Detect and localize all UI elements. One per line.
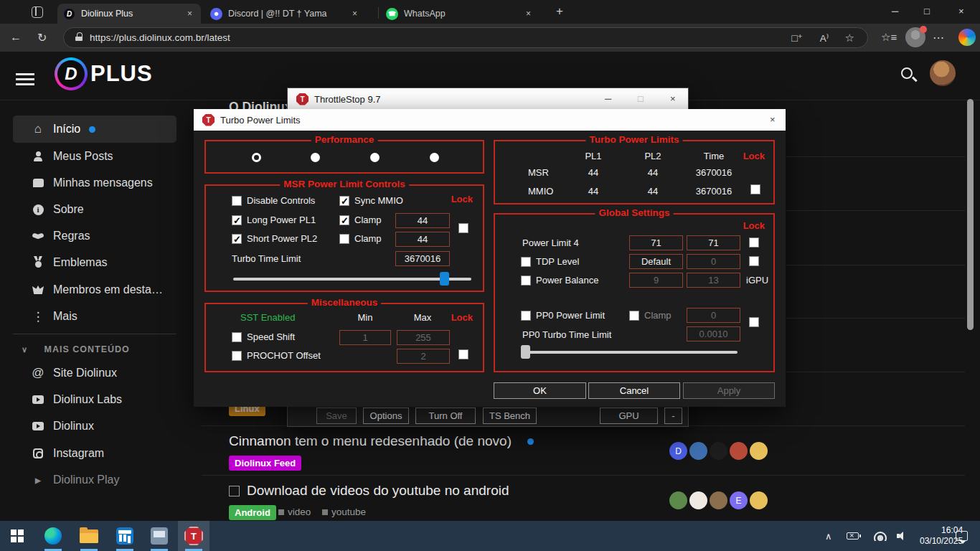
poster-avatars[interactable]: E — [669, 491, 768, 509]
tag-diolinux-feed[interactable]: Diolinux Feed — [229, 456, 301, 471]
maximize-button[interactable]: □ — [638, 93, 644, 104]
sidebar-item-mais[interactable]: ⋮ Mais — [13, 303, 176, 330]
collapse-button[interactable]: - — [664, 408, 682, 424]
pl4-field-b[interactable]: 71 — [687, 235, 740, 250]
clamp-pl1-checkbox[interactable]: Clamp — [339, 215, 382, 225]
favorite-star-icon[interactable]: ☆ — [845, 32, 854, 44]
sidebar-item-site-diolinux[interactable]: @ Site Diolinux — [13, 359, 176, 387]
turn-off-button[interactable]: Turn Off — [415, 408, 476, 424]
gpu-button[interactable]: GPU — [600, 408, 658, 424]
tab-diolinux-plus[interactable]: Diolinux Plus × — [57, 4, 201, 24]
throttlestop-titlebar[interactable]: T ThrottleStop 9.7 ─ □ × — [288, 88, 688, 110]
tdp-field-a[interactable]: Default — [629, 254, 683, 269]
ok-button[interactable]: OK — [494, 382, 586, 399]
sidebar-item-diolinux-play[interactable]: ▸ Diolinux Play — [13, 466, 176, 494]
options-button[interactable]: Options — [363, 408, 409, 424]
start-button[interactable] — [1, 521, 33, 551]
minimize-button[interactable]: ─ — [605, 93, 611, 104]
avatar[interactable] — [750, 491, 768, 509]
long-power-pl1-checkbox[interactable]: Long Power PL1 — [232, 215, 316, 225]
tdp-level-checkbox[interactable]: TDP Level — [521, 256, 579, 267]
close-tab-icon[interactable]: × — [526, 9, 531, 19]
pl-lock-checkbox[interactable] — [458, 223, 468, 233]
speed-shift-checkbox[interactable]: Speed Shift — [232, 331, 295, 342]
slider-thumb[interactable] — [521, 345, 530, 359]
performance-radio-3[interactable] — [370, 153, 380, 162]
copilot-icon[interactable] — [958, 29, 976, 46]
diolinux-logo[interactable]: D — [55, 57, 88, 90]
close-window-button[interactable]: × — [958, 6, 964, 17]
minimize-window-button[interactable]: ─ — [892, 6, 898, 17]
poster-avatars[interactable]: D — [669, 442, 768, 460]
clamp-pl2-checkbox[interactable]: Clamp — [339, 233, 382, 244]
taskbar-coretemp[interactable] — [109, 521, 141, 551]
avatar[interactable]: D — [669, 442, 687, 460]
save-button[interactable]: Save — [316, 408, 357, 424]
apply-button[interactable]: Apply — [683, 382, 775, 399]
sidebar-item-membros[interactable]: Membros em desta… — [13, 276, 176, 303]
turbo-time-limit-field[interactable]: 3670016 — [395, 251, 450, 266]
cancel-button[interactable]: Cancel — [588, 382, 680, 399]
close-tab-icon[interactable]: × — [352, 9, 357, 19]
tab-actions-icon[interactable] — [32, 6, 43, 18]
sidebar-section-mais-conteudo[interactable]: ∨ MAIS CONTEÚDO — [22, 344, 130, 354]
new-tab-button[interactable]: + — [556, 4, 563, 19]
tab-discord[interactable]: Discord | @!! DT † Yama × — [204, 4, 373, 24]
topic-title-link[interactable]: Cinnamon tem o menu redesenhado (de novo… — [229, 433, 534, 449]
prochot-offset-checkbox[interactable]: PROCHOT Offset — [232, 350, 321, 361]
sidebar-item-mensagens[interactable]: Minhas mensagens — [13, 169, 176, 197]
avatar[interactable] — [689, 491, 707, 509]
sidebar-item-diolinux[interactable]: Diolinux — [13, 413, 176, 440]
pp0-power-limit-checkbox[interactable]: PP0 Power Limit — [521, 310, 605, 321]
sidebar-item-sobre[interactable]: Sobre — [13, 196, 176, 223]
read-aloud-icon[interactable]: A⁾ — [820, 32, 829, 44]
tag-youtube[interactable]: youtube — [322, 507, 366, 517]
avatar[interactable]: E — [730, 491, 748, 509]
sidebar-item-meus-posts[interactable]: Meus Posts — [13, 143, 176, 170]
close-tab-icon[interactable]: × — [187, 9, 192, 19]
taskbar-edge[interactable] — [37, 521, 69, 551]
volume-icon[interactable] — [897, 521, 907, 551]
sidebar-item-regras[interactable]: Regras — [13, 222, 176, 250]
collections-icon[interactable]: ☆≡ — [881, 31, 897, 44]
topic-title-link[interactable]: Download de videos do youtube no android — [229, 483, 509, 499]
settings-more-icon[interactable]: ⋯ — [933, 31, 944, 44]
pp0-time-slider[interactable] — [521, 351, 738, 354]
power-balance-field-a[interactable]: 9 — [629, 273, 683, 288]
hamburger-menu-icon[interactable] — [16, 73, 34, 85]
disable-controls-checkbox[interactable]: Disable Controls — [232, 195, 315, 206]
sidebar-item-diolinux-labs[interactable]: Diolinux Labs — [13, 386, 176, 413]
split-screen-icon[interactable]: □⁺ — [791, 32, 803, 44]
avatar[interactable] — [669, 491, 687, 509]
page-scrollbar[interactable] — [967, 99, 974, 330]
prochot-offset-field[interactable]: 2 — [397, 349, 450, 364]
turbo-time-slider[interactable] — [233, 278, 471, 281]
avatar[interactable] — [730, 442, 748, 460]
taskbar-throttlestop[interactable]: T — [178, 521, 209, 551]
address-bar[interactable]: https://plus.diolinux.com.br/latest ☆ □⁺… — [63, 27, 868, 48]
mmio-lock-checkbox[interactable] — [750, 184, 760, 194]
tdp-lock-checkbox[interactable] — [749, 256, 759, 266]
avatar[interactable] — [689, 442, 707, 460]
refresh-icon[interactable]: ↻ — [37, 31, 47, 44]
performance-radio-1[interactable] — [252, 153, 261, 162]
pp0-clamp-checkbox[interactable]: Clamp — [629, 310, 672, 321]
close-button[interactable]: × — [770, 114, 776, 125]
back-icon[interactable]: ← — [10, 31, 22, 44]
tdp-field-b[interactable]: 0 — [687, 254, 740, 269]
pp0-turbo-time-field[interactable]: 0.0010 — [687, 326, 740, 342]
profile-avatar[interactable] — [905, 27, 925, 47]
speed-shift-max-field[interactable]: 255 — [397, 330, 450, 345]
battery-icon[interactable] — [847, 521, 859, 551]
avatar[interactable] — [710, 491, 727, 509]
sync-mmio-checkbox[interactable]: Sync MMIO — [339, 195, 403, 206]
ts-bench-button[interactable]: TS Bench — [483, 408, 537, 424]
misc-lock-checkbox[interactable] — [458, 349, 468, 359]
close-button[interactable]: × — [670, 93, 676, 104]
taskbar-file-explorer[interactable] — [73, 521, 105, 551]
tag-video[interactable]: video — [278, 507, 311, 517]
taskbar-system-app[interactable] — [143, 521, 175, 551]
dialog-titlebar[interactable]: T Turbo Power Limits × — [194, 109, 786, 131]
pl1-value-field[interactable]: 44 — [395, 213, 450, 228]
avatar[interactable] — [710, 442, 727, 460]
